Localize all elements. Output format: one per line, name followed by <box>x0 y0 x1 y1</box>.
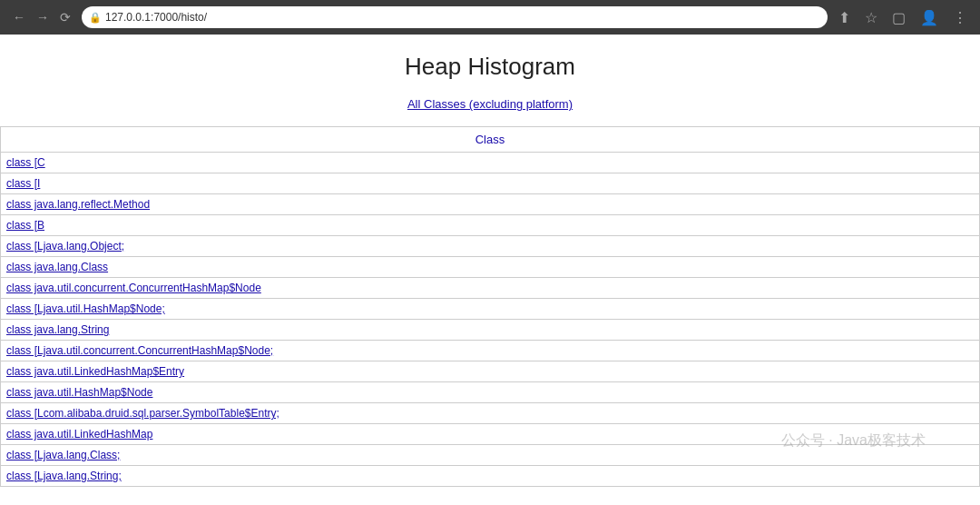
class-link[interactable]: class [Ljava.lang.Object; <box>6 240 124 252</box>
back-button[interactable]: ← <box>9 8 29 26</box>
class-link[interactable]: class java.util.LinkedHashMap <box>6 428 152 441</box>
address-bar[interactable]: 🔒 127.0.0.1:7000/histo/ <box>82 6 828 28</box>
menu-button[interactable]: ⋮ <box>949 7 971 28</box>
table-row: class [Ljava.lang.String; <box>1 466 980 487</box>
class-link[interactable]: class [C <box>6 156 45 169</box>
table-row: class java.lang.reflect.Method <box>1 194 980 215</box>
profile-button[interactable]: 👤 <box>916 7 942 28</box>
class-link[interactable]: class [Ljava.util.concurrent.ConcurrentH… <box>6 344 273 357</box>
table-row: class java.util.HashMap$Node <box>1 382 980 403</box>
table-row: class java.util.LinkedHashMap <box>1 424 980 445</box>
share-button[interactable]: ⬆ <box>835 7 854 28</box>
table-row: class java.lang.Class <box>1 257 980 278</box>
class-link[interactable]: class java.util.HashMap$Node <box>6 386 152 399</box>
class-link[interactable]: class java.util.concurrent.ConcurrentHas… <box>6 282 261 294</box>
browser-actions: ⬆ ☆ ▢ 👤 ⋮ <box>835 7 971 28</box>
class-link[interactable]: class [Lcom.alibaba.druid.sql.parser.Sym… <box>6 407 279 420</box>
class-link[interactable]: class java.lang.reflect.Method <box>6 198 150 211</box>
window-button[interactable]: ▢ <box>888 7 909 28</box>
class-link[interactable]: class [I <box>6 177 40 190</box>
table-row: class java.util.concurrent.ConcurrentHas… <box>1 278 980 299</box>
page-title: Heap Histogram <box>0 53 980 81</box>
table-row: class [Ljava.lang.Class; <box>1 445 980 466</box>
table-row: class java.util.LinkedHashMap$Entry <box>1 361 980 382</box>
class-link[interactable]: class java.lang.Class <box>6 261 108 273</box>
page-content: Heap Histogram All Classes (excluding pl… <box>0 35 980 505</box>
class-link[interactable]: class [Ljava.lang.String; <box>6 470 122 482</box>
table-row: class java.lang.String <box>1 320 980 341</box>
class-link[interactable]: class java.util.LinkedHashMap$Entry <box>6 365 184 378</box>
forward-button[interactable]: → <box>33 8 53 26</box>
class-link[interactable]: class java.lang.String <box>6 323 109 336</box>
reload-button[interactable]: ⟳ <box>56 8 74 26</box>
table-header-row: Class <box>1 127 980 153</box>
table-row: class [Ljava.util.HashMap$Node; <box>1 299 980 320</box>
filter-link[interactable]: All Classes (excluding platform) <box>407 97 573 111</box>
class-column-header: Class <box>1 127 980 153</box>
table-row: class [Ljava.util.concurrent.ConcurrentH… <box>1 341 980 361</box>
histogram-table: Class class [Cclass [Iclass java.lang.re… <box>0 126 980 487</box>
filter-link-container: All Classes (excluding platform) <box>0 95 980 112</box>
table-row: class [I <box>1 173 980 194</box>
url-text: 127.0.0.1:7000/histo/ <box>105 11 207 24</box>
table-row: class [C <box>1 153 980 173</box>
table-row: class [B <box>1 215 980 236</box>
browser-chrome: ← → ⟳ 🔒 127.0.0.1:7000/histo/ ⬆ ☆ ▢ 👤 ⋮ <box>0 0 980 35</box>
class-link[interactable]: class [Ljava.lang.Class; <box>6 449 120 461</box>
lock-icon: 🔒 <box>89 12 102 24</box>
class-link[interactable]: class [Ljava.util.HashMap$Node; <box>6 302 165 315</box>
table-row: class [Lcom.alibaba.druid.sql.parser.Sym… <box>1 403 980 424</box>
bookmark-button[interactable]: ☆ <box>861 7 881 28</box>
class-link[interactable]: class [B <box>6 219 44 232</box>
nav-buttons: ← → ⟳ <box>9 8 74 26</box>
table-row: class [Ljava.lang.Object; <box>1 236 980 257</box>
